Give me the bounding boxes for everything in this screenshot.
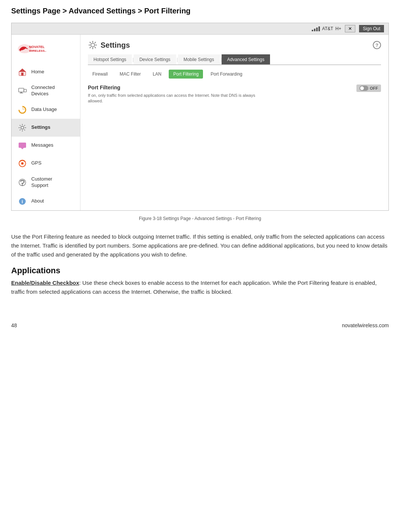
home-icon	[17, 67, 28, 77]
sidebar-label-home: Home	[31, 69, 44, 75]
sidebar-item-data-usage[interactable]: Data Usage	[12, 101, 80, 119]
svg-marker-13	[21, 148, 24, 149]
sidebar-item-gps[interactable]: GPS	[12, 154, 80, 172]
figure-caption: Figure 3-18 Settings Page - Advanced Set…	[11, 216, 389, 221]
signout-button[interactable]: Sign Out	[359, 25, 384, 32]
port-filtering-description: If on, only traffic from selected applic…	[88, 93, 255, 104]
svg-point-11	[21, 126, 24, 129]
sidebar-label-connected-devices: ConnectedDevices	[31, 85, 55, 97]
sidebar-item-home[interactable]: Home	[12, 63, 80, 81]
sidebar-label-settings: Settings	[31, 124, 50, 131]
subtab-lan[interactable]: LAN	[148, 70, 166, 79]
subtabs: Firewall MAC Filter LAN Port Filtering P…	[88, 70, 381, 79]
svg-rect-8	[24, 89, 26, 92]
applications-heading: Applications	[11, 266, 389, 275]
tab-mobile[interactable]: Mobile Settings	[178, 54, 220, 64]
page-number: 48	[11, 322, 17, 328]
page-footer: 48 novatelwireless.com	[0, 315, 400, 336]
svg-text:WIRELESS..: WIRELESS..	[29, 49, 46, 52]
sidebar-label-about: About	[31, 198, 44, 204]
page-title: Settings Page > Advanced Settings > Port…	[0, 0, 400, 19]
svg-rect-12	[19, 143, 26, 148]
port-filtering-title: Port Filtering	[88, 85, 255, 90]
svg-rect-5	[21, 73, 23, 76]
svg-rect-7	[19, 88, 24, 92]
logo-area: NOVATEL WIRELESS..	[12, 38, 80, 63]
messages-icon	[17, 140, 28, 151]
signal-area: AT&T H+	[312, 26, 341, 31]
svg-text:NOVATEL: NOVATEL	[29, 45, 45, 49]
toggle-off-button[interactable]: OFF	[356, 85, 381, 92]
subtab-port-filtering[interactable]: Port Filtering	[169, 70, 203, 79]
tab-advanced[interactable]: Advanced Settings	[222, 54, 270, 64]
svg-text:i: i	[22, 199, 23, 204]
footer-url: novatelwireless.com	[342, 322, 389, 328]
device-body: NOVATEL WIRELESS.. Home	[12, 35, 388, 210]
screenshot-container: AT&T H+ ✕ Sign Out NOVATEL WIRELESS..	[11, 23, 389, 211]
device-topbar: AT&T H+ ✕ Sign Out	[12, 23, 388, 35]
signal-bars-icon	[312, 26, 320, 31]
support-icon	[17, 177, 28, 188]
settings-gear-icon	[88, 40, 98, 50]
sidebar-label-gps: GPS	[31, 160, 41, 166]
data-usage-icon	[17, 105, 28, 115]
brand-logo: NOVATEL WIRELESS..	[17, 42, 58, 56]
main-tabs: Hotspot Settings | Device Settings | Mob…	[88, 54, 381, 65]
main-content: Settings ? Hotspot Settings | Device Set…	[80, 35, 388, 210]
sidebar-label-customer-support: CustomerSupport	[31, 176, 52, 189]
settings-panel-title: Settings	[101, 41, 130, 50]
help-button[interactable]: ?	[373, 41, 381, 49]
close-button[interactable]: ✕	[345, 25, 355, 32]
sidebar-label-data-usage: Data Usage	[31, 106, 57, 113]
port-filtering-section: Port Filtering If on, only traffic from …	[88, 85, 381, 104]
gps-icon	[17, 158, 28, 169]
sidebar-item-messages[interactable]: Messages	[12, 137, 80, 154]
toggle-label: OFF	[370, 86, 378, 90]
about-icon: i	[17, 196, 28, 207]
settings-header: Settings ?	[88, 40, 381, 50]
network-type-label: H+	[336, 26, 342, 31]
devices-icon	[17, 86, 28, 96]
sidebar: NOVATEL WIRELESS.. Home	[12, 35, 80, 210]
carrier-label: AT&T	[322, 26, 333, 31]
svg-point-21	[91, 43, 95, 47]
settings-icon	[17, 122, 28, 133]
tab-device[interactable]: Device Settings	[134, 54, 176, 64]
sidebar-item-connected-devices[interactable]: ConnectedDevices	[12, 81, 80, 101]
sidebar-item-about[interactable]: i About	[12, 192, 80, 210]
subtab-port-forwarding[interactable]: Port Forwarding	[206, 70, 247, 79]
settings-title-area: Settings	[88, 40, 130, 50]
svg-point-16	[21, 162, 23, 165]
toggle-switch-icon	[359, 86, 368, 91]
port-filtering-text-area: Port Filtering If on, only traffic from …	[88, 85, 255, 104]
sidebar-item-settings[interactable]: Settings	[12, 119, 80, 137]
tab-hotspot[interactable]: Hotspot Settings	[88, 54, 132, 64]
svg-rect-18	[22, 185, 23, 186]
enable-paragraph: Enable/Disable Checkbox: Use these check…	[0, 278, 400, 300]
subtab-firewall[interactable]: Firewall	[88, 70, 112, 79]
enable-label: Enable/Disable Checkbox	[11, 280, 79, 286]
sidebar-label-messages: Messages	[31, 142, 53, 149]
sidebar-item-customer-support[interactable]: CustomerSupport	[12, 172, 80, 192]
subtab-mac-filter[interactable]: MAC Filter	[115, 70, 145, 79]
intro-paragraph: Use the Port Filtering feature as needed…	[0, 229, 400, 263]
